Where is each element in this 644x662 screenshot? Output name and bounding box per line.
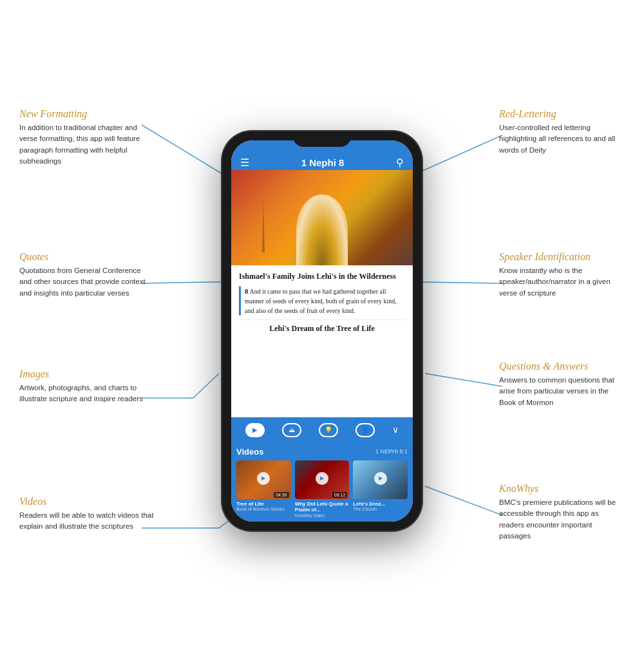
videos-header: Videos 1 NEPHI 8:1 <box>236 447 408 457</box>
ann-speaker-id-body: Know instantly who is the speaker/author… <box>499 265 625 299</box>
app-title: 1 Nephi 8 <box>301 157 345 168</box>
annotation-qa: Questions & Answers Answers to common qu… <box>499 361 625 408</box>
section-heading-1: Ishmael's Family Joins Lehi's in the Wil… <box>239 272 405 282</box>
svg-line-4 <box>193 374 219 398</box>
videos-section: Videos 1 NEPHI 8:1 ▶ 04:36 Tree of Life … <box>231 443 413 522</box>
section-heading-2: Lehi's Dream of the Tree of Life <box>239 319 405 336</box>
verse-text: 8 And it came to pass that we had gather… <box>245 286 405 316</box>
ann-new-formatting-body: In addition to traditional chapter and v… <box>19 122 155 167</box>
svg-line-10 <box>425 374 502 386</box>
video-name-1: Tree of Life <box>236 501 291 507</box>
ann-quotes-body: Quotations from General Conference and o… <box>19 265 155 299</box>
video-thumbnail-1: ▶ 04:36 <box>236 460 291 499</box>
video-name-2: Why Did Lehi Quote a Psalm of... <box>295 501 350 513</box>
ann-knowhys-body: BMC's premiere publications will be acce… <box>499 497 625 542</box>
video-item-2[interactable]: ▶ 08:12 Why Did Lehi Quote a Psalm of...… <box>295 460 350 518</box>
person-button[interactable]: 👤 <box>355 423 375 437</box>
expand-chevron[interactable]: ∨ <box>392 424 399 435</box>
video-thumbnail-2: ▶ 08:12 <box>295 460 350 499</box>
verse-content: And it came to pass that we had gathered… <box>245 288 397 315</box>
phone-mockup: ☰ 1 Nephi 8 ⚲ Ishmael's Family Joins Leh… <box>222 131 422 531</box>
ann-new-formatting-title: New Formatting <box>19 108 155 120</box>
video-name-3: Lehi's Drea... <box>353 501 408 507</box>
play-overlay-2: ▶ <box>316 472 328 485</box>
ann-quotes-title: Quotes <box>19 251 155 263</box>
annotation-red-lettering: Red-Lettering User-controlled red letter… <box>499 108 625 156</box>
video-source-2: KnoWhy Video <box>295 513 350 518</box>
ann-videos-body: Readers will be able to watch videos tha… <box>19 510 155 533</box>
video-info-3: Lehi's Drea... The Church <box>353 499 408 512</box>
annotation-quotes: Quotes Quotations from General Conferenc… <box>19 251 155 299</box>
video-source-3: The Church <box>353 507 408 511</box>
lightbulb-button[interactable]: 💡 <box>319 423 338 437</box>
phone-notch <box>293 131 351 147</box>
video-info-1: Tree of Life Book of Mormon Stories <box>236 499 291 512</box>
image-button[interactable]: ⛰ <box>282 423 301 437</box>
verse-bar <box>239 286 241 316</box>
video-item-1[interactable]: ▶ 04:36 Tree of Life Book of Mormon Stor… <box>236 460 291 518</box>
ann-images-title: Images <box>19 368 155 380</box>
ann-videos-title: Videos <box>19 496 155 507</box>
play-overlay-1: ▶ <box>257 472 270 485</box>
ann-images-body: Artwork, photographs, and charts to illu… <box>19 383 155 405</box>
svg-line-11 <box>425 486 502 515</box>
video-item-3[interactable]: ▶ Lehi's Drea... The Church <box>353 460 408 518</box>
video-duration-1: 04:36 <box>274 492 289 498</box>
svg-line-8 <box>425 282 502 283</box>
verse-number: 8 <box>245 287 249 295</box>
video-duration-2: 08:12 <box>332 492 348 498</box>
annotation-videos: Videos Readers will be able to watch vid… <box>19 496 155 533</box>
scripture-area: Ishmael's Family Joins Lehi's in the Wil… <box>231 265 413 417</box>
ann-qa-title: Questions & Answers <box>499 361 625 372</box>
menu-icon[interactable]: ☰ <box>240 156 249 169</box>
video-thumbnails: ▶ 04:36 Tree of Life Book of Mormon Stor… <box>236 460 408 518</box>
scripture-toolbar: ▶ ⛰ 💡 👤 ∨ <box>231 417 413 443</box>
search-icon[interactable]: ⚲ <box>396 156 404 169</box>
screen-content: ☰ 1 Nephi 8 ⚲ Ishmael's Family Joins Leh… <box>231 140 413 522</box>
hero-image <box>231 170 413 265</box>
videos-reference: 1 NEPHI 8:1 <box>375 448 408 455</box>
ann-red-lettering-title: Red-Lettering <box>499 108 625 120</box>
video-thumbnail-3: ▶ <box>353 460 408 499</box>
annotation-images: Images Artwork, photographs, and charts … <box>19 368 155 405</box>
ann-red-lettering-body: User-controlled red lettering highlighti… <box>499 122 625 156</box>
ann-knowhys-title: KnoWhys <box>499 483 625 495</box>
verse-block: 8 And it came to pass that we had gather… <box>239 286 405 316</box>
annotation-new-formatting: New Formatting In addition to traditiona… <box>19 108 155 167</box>
play-button[interactable]: ▶ <box>245 423 265 437</box>
ann-qa-body: Answers to common questions that arise f… <box>499 375 625 408</box>
videos-title: Videos <box>236 447 263 457</box>
play-overlay-3: ▶ <box>374 472 387 485</box>
annotation-knowhys: KnoWhys BMC's premiere publications will… <box>499 483 625 542</box>
phone-shell: ☰ 1 Nephi 8 ⚲ Ishmael's Family Joins Leh… <box>222 131 422 531</box>
ann-speaker-id-title: Speaker Identification <box>499 251 625 263</box>
video-source-1: Book of Mormon Stories <box>236 507 291 511</box>
video-info-2: Why Did Lehi Quote a Psalm of... KnoWhy … <box>295 499 350 518</box>
annotation-speaker-id: Speaker Identification Know instantly wh… <box>499 251 625 299</box>
phone-screen: ☰ 1 Nephi 8 ⚲ Ishmael's Family Joins Leh… <box>231 140 413 522</box>
svg-line-7 <box>419 135 502 173</box>
